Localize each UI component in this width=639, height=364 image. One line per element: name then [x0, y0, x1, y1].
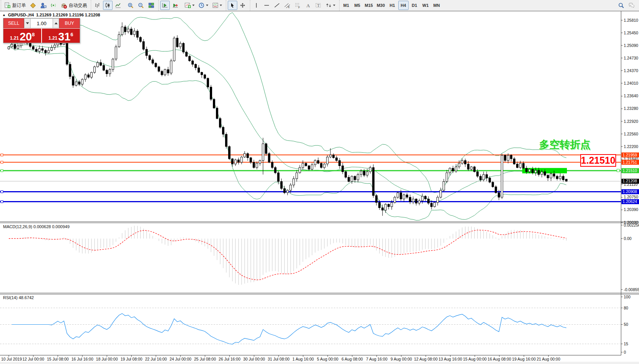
- tf-h4[interactable]: H4: [398, 1, 409, 10]
- zoom-out-button[interactable]: [136, 1, 146, 10]
- triangle-up-icon: [55, 23, 58, 24]
- signals-button[interactable]: [49, 1, 58, 10]
- svg-text:30 Jul 00:00: 30 Jul 00:00: [243, 357, 265, 361]
- toolbar-group: EFAT: [250, 0, 338, 11]
- svg-text:E: E: [288, 6, 290, 8]
- svg-text:0.002256: 0.002256: [624, 223, 639, 227]
- market-watch-button[interactable]: [39, 1, 48, 10]
- volume-increase-button[interactable]: [53, 18, 59, 28]
- svg-text:-0.008553: -0.008553: [624, 287, 639, 292]
- tf-w1[interactable]: W1: [420, 1, 431, 10]
- toolbar-group: [182, 0, 225, 11]
- buy-price-pip: 6: [71, 32, 73, 37]
- crosshair-button[interactable]: [238, 1, 248, 10]
- buy-button[interactable]: BUY: [59, 18, 80, 28]
- symbol-header: ▲ GBPUSD-,H4 1.21269 1.21269 1.21196 1.2…: [2, 13, 100, 17]
- sell-price-panel[interactable]: 1.21 20 8: [3, 29, 41, 43]
- line-chart-button[interactable]: [113, 1, 123, 10]
- tf-m1[interactable]: M1: [341, 1, 351, 10]
- vertical-line-button[interactable]: [252, 1, 261, 10]
- linechart-icon: [115, 2, 121, 9]
- tf-m15[interactable]: M15: [363, 1, 374, 10]
- bar-chart-button[interactable]: [93, 1, 102, 10]
- svg-text:1.22200: 1.22200: [624, 144, 638, 149]
- macd-label: MACD(12,26,9) 0.000628 0.000949: [3, 224, 69, 229]
- autotrading-button[interactable]: 自动交易: [59, 1, 89, 10]
- template-icon: [212, 2, 219, 9]
- volume-input[interactable]: [31, 18, 53, 28]
- svg-text:1.21959: 1.21959: [623, 153, 637, 157]
- tf-w1-label: W1: [422, 3, 429, 8]
- svg-text:1.20624: 1.20624: [623, 199, 637, 204]
- tf-m5[interactable]: M5: [352, 1, 362, 10]
- symbol-ohlc-values: 1.21269 1.21269 1.21196 1.21208: [36, 13, 100, 17]
- fibo-icon: F: [295, 2, 301, 9]
- sell-button[interactable]: SELL: [3, 18, 24, 28]
- sell-price-prefix: 1.21: [10, 36, 19, 42]
- indicator-window-button[interactable]: [211, 1, 224, 10]
- search-button[interactable]: [616, 1, 626, 10]
- equidistant-channel-button[interactable]: E: [283, 1, 292, 10]
- text-label-button[interactable]: T: [314, 1, 323, 10]
- tf-mn[interactable]: MN: [431, 1, 442, 10]
- price-annotation-box[interactable]: 1.21510: [580, 154, 616, 167]
- arrows-button[interactable]: [324, 1, 337, 10]
- svg-text:25 Jul 08:00: 25 Jul 08:00: [194, 357, 216, 361]
- symbol-title: GBPUSD-,H4: [8, 13, 34, 17]
- collapse-panel-icon[interactable]: ▲: [2, 13, 6, 17]
- trendline-button[interactable]: [272, 1, 282, 10]
- cursor-button[interactable]: [228, 1, 237, 10]
- toolbar-group: 新订单自动交易: [1, 0, 90, 11]
- svg-text:80: 80: [624, 306, 628, 310]
- shift-icon: [172, 2, 179, 9]
- periods-button[interactable]: [197, 1, 210, 10]
- svg-text:12 Jul 00:00: 12 Jul 00:00: [23, 357, 44, 361]
- metaeditor-button[interactable]: [28, 1, 38, 10]
- chart-area[interactable]: 1.258101.254501.250901.247301.243701.240…: [0, 0, 639, 364]
- tf-h1[interactable]: H1: [387, 1, 398, 10]
- cursor-icon: [229, 2, 236, 9]
- svg-text:15 Jul 08:00: 15 Jul 08:00: [47, 357, 69, 361]
- turning-point-note[interactable]: 多空转折点: [539, 140, 591, 150]
- svg-text:22 Jul 16:00: 22 Jul 16:00: [145, 357, 167, 361]
- candle-chart-button[interactable]: [103, 1, 113, 10]
- svg-text:1.24730: 1.24730: [624, 56, 638, 60]
- tf-m30[interactable]: M30: [375, 1, 386, 10]
- chevron-down-icon: [220, 5, 222, 6]
- svg-text:1.22920: 1.22920: [624, 119, 638, 124]
- volume-decrease-button[interactable]: [24, 18, 31, 28]
- svg-text:1 Aug 16:00: 1 Aug 16:00: [293, 357, 314, 361]
- svg-text:6 Aug 08:00: 6 Aug 08:00: [341, 357, 363, 361]
- svg-text:1.20750: 1.20750: [624, 195, 638, 199]
- tf-m30-label: M30: [377, 3, 385, 8]
- autoscroll-button[interactable]: [160, 1, 170, 10]
- svg-text:0.00: 0.00: [624, 236, 632, 241]
- search-icon: [618, 2, 625, 9]
- svg-text:21 Aug 00:00: 21 Aug 00:00: [537, 357, 560, 361]
- svg-text:1.24370: 1.24370: [624, 68, 638, 73]
- text-button[interactable]: A: [303, 1, 313, 10]
- macd-signal-value: 0.000949: [52, 224, 69, 229]
- one-click-trading-panel: SELL BUY 1.21 20 8 1.21 31 6: [3, 18, 80, 43]
- tf-h4-label: H4: [401, 3, 406, 8]
- rsi-label: RSI(14) 48.6742: [3, 295, 34, 300]
- tf-d1[interactable]: D1: [409, 1, 420, 10]
- svg-text:18 Jul 00:00: 18 Jul 00:00: [96, 357, 118, 361]
- chart-shift-button[interactable]: [171, 1, 180, 10]
- horizontal-line-button[interactable]: [262, 1, 272, 10]
- zoom-in-button[interactable]: [126, 1, 135, 10]
- buy-price-panel[interactable]: 1.21 31 6: [42, 29, 80, 43]
- tile-windows-button[interactable]: [146, 1, 156, 10]
- indicators-button[interactable]: [183, 1, 196, 10]
- new-order-button[interactable]: 新订单: [3, 1, 27, 10]
- svg-text:1.20908: 1.20908: [623, 189, 637, 194]
- fibonacci-button[interactable]: F: [293, 1, 303, 10]
- sell-price-pip: 8: [32, 32, 35, 37]
- rsi-value: 48.6742: [19, 295, 34, 300]
- chat-button[interactable]: [627, 1, 636, 10]
- chevron-down-icon: [206, 5, 208, 6]
- robot-icon: [61, 2, 67, 9]
- zoomout-icon: [138, 2, 144, 9]
- svg-text:1.24010: 1.24010: [624, 81, 638, 85]
- autotrading-button-label: 自动交易: [69, 2, 87, 9]
